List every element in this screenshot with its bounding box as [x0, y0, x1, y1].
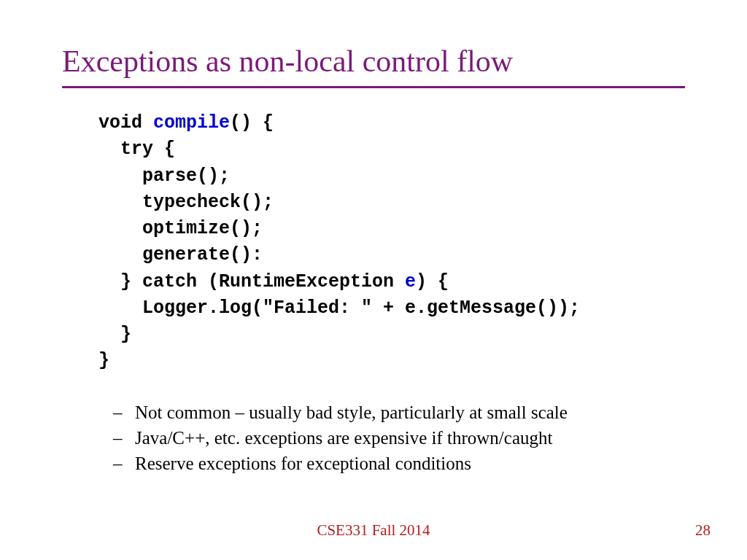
code-line-9: }: [98, 324, 131, 345]
code-line-5: optimize();: [98, 218, 263, 239]
bullet-dash: –: [113, 400, 135, 425]
code-line-2: try {: [98, 139, 175, 160]
code-line-3: parse();: [98, 166, 230, 187]
bullet-dash: –: [113, 425, 135, 451]
bullet-text: Java/C++, etc. exceptions are expensive …: [135, 425, 552, 451]
bullet-dash: –: [113, 451, 135, 476]
code-line-4: typecheck();: [98, 192, 274, 213]
code-identifier: e: [405, 271, 416, 292]
bullet-item: – Reserve exceptions for exceptional con…: [113, 451, 685, 476]
footer-course: CSE331 Fall 2014: [0, 521, 747, 540]
code-line-6: generate():: [98, 244, 263, 265]
code-text: } catch (RuntimeException: [98, 271, 405, 292]
code-line-7: } catch (RuntimeException e) {: [98, 271, 449, 292]
code-text: () {: [230, 112, 274, 133]
code-line-8: Logger.log("Failed: " + e.getMessage());: [98, 298, 580, 319]
footer-page-number: 28: [695, 521, 711, 540]
code-line-10: }: [98, 350, 109, 371]
slide: Exceptions as non-local control flow voi…: [0, 0, 747, 560]
code-identifier: compile: [153, 112, 230, 133]
bullet-text: Reserve exceptions for exceptional condi…: [135, 451, 471, 476]
bullet-item: – Java/C++, etc. exceptions are expensiv…: [113, 425, 685, 451]
bullet-item: – Not common – usually bad style, partic…: [113, 400, 685, 425]
bullet-text: Not common – usually bad style, particul…: [135, 400, 568, 425]
bullet-list: – Not common – usually bad style, partic…: [113, 400, 685, 476]
code-block: void compile() { try { parse(); typechec…: [98, 110, 685, 375]
code-text: ) {: [416, 271, 449, 292]
slide-title: Exceptions as non-local control flow: [62, 44, 685, 88]
code-line-1: void compile() {: [98, 112, 274, 133]
code-text: void: [98, 112, 153, 133]
